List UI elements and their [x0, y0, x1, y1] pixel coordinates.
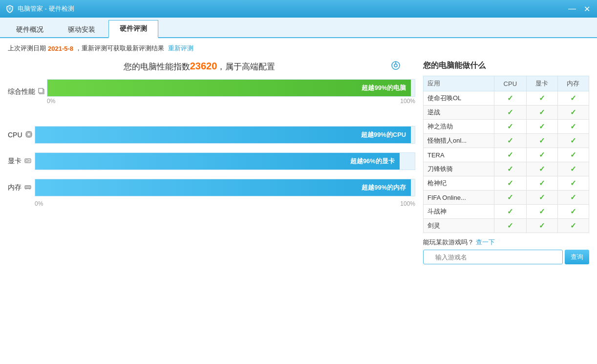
ram-check: ✓ [557, 148, 589, 162]
ram-check: ✓ [557, 106, 589, 120]
gpu-check: ✓ [526, 162, 557, 176]
table-row: 逆战✓✓✓ [424, 106, 589, 120]
check-icon: ✓ [539, 193, 545, 201]
ram-check: ✓ [557, 162, 589, 176]
cpu-icon [25, 131, 32, 139]
search-input-wrapper: 🔍 [423, 250, 563, 264]
copy-icon[interactable] [38, 88, 45, 96]
check-icon: ✓ [570, 207, 576, 215]
game-search-section: 能玩某款游戏吗？ 查一下 🔍 查询 [423, 238, 589, 264]
minimize-button[interactable]: — [566, 4, 578, 14]
comprehensive-label: 综合性能 [8, 87, 47, 96]
gpu-icon [24, 157, 31, 166]
game-search-link[interactable]: 查一下 [476, 238, 495, 246]
table-row: 使命召唤OL✓✓✓ [424, 91, 589, 106]
share-icon[interactable] [391, 61, 401, 73]
check-icon: ✓ [570, 150, 576, 159]
gpu-bar-fill: 超越96%的显卡 [35, 153, 400, 170]
svg-text:V: V [9, 7, 11, 10]
comprehensive-bar-container: 超越99%的电脑 0% 100% [47, 79, 415, 105]
tab-driver-install[interactable]: 驱动安装 [57, 21, 107, 38]
check-icon: ✓ [539, 122, 545, 130]
tab-bar: 硬件概况 驱动安装 硬件评测 [0, 18, 597, 38]
ram-check: ✓ [557, 205, 589, 219]
score-number: 23620 [190, 61, 217, 71]
table-row: 刀锋铁骑✓✓✓ [424, 162, 589, 176]
notice-prefix: 上次评测日期 [8, 44, 46, 53]
gpu-check: ✓ [526, 205, 557, 219]
gpu-check: ✓ [526, 191, 557, 205]
title-bar: V 电脑管家 - 硬件检测 — ✕ [0, 0, 597, 18]
col-header-app: 应用 [424, 76, 494, 91]
check-icon: ✓ [539, 207, 545, 215]
cpu-check: ✓ [494, 106, 526, 120]
check-icon: ✓ [507, 122, 513, 130]
ram-bar-text: 超越99%的内存 [362, 183, 406, 192]
svg-rect-5 [39, 88, 43, 93]
title-bar-left: V 电脑管家 - 硬件检测 [5, 4, 74, 14]
table-row: 神之浩劫✓✓✓ [424, 120, 589, 134]
app-name: 神之浩劫 [424, 120, 494, 134]
ram-bar-track: 超越99%的内存 [35, 179, 415, 196]
comprehensive-bar-text: 超越99%的电脑 [362, 84, 406, 92]
comprehensive-bar-axis: 0% 100% [47, 98, 415, 105]
check-icon: ✓ [539, 150, 545, 159]
gpu-bar-text: 超越96%的显卡 [350, 157, 395, 166]
svg-rect-7 [27, 133, 30, 136]
check-icon: ✓ [507, 207, 513, 215]
check-icon: ✓ [570, 122, 576, 130]
ram-bar-row: 内存 [8, 179, 415, 196]
check-icon: ✓ [539, 165, 545, 173]
notice-bar: 上次评测日期 2021-5-8 ，重新评测可获取最新评测结果 重新评测 [8, 44, 589, 53]
close-button[interactable]: ✕ [582, 4, 592, 14]
game-search-input[interactable] [423, 250, 563, 264]
ram-label: 内存 [8, 183, 35, 192]
game-search-label-text: 能玩某款游戏吗？ [423, 238, 474, 246]
cpu-check: ✓ [494, 120, 526, 134]
gpu-bar-container: 超越96%的显卡 [35, 152, 415, 170]
check-icon: ✓ [507, 136, 513, 145]
cpu-check: ✓ [494, 134, 526, 148]
cpu-bar-text: 超越99%的CPU [361, 130, 406, 139]
app-name: 使命召唤OL [424, 91, 494, 106]
gpu-bar-track: 超越96%的显卡 [35, 152, 415, 170]
gpu-check: ✓ [526, 176, 557, 191]
tab-hardware-overview[interactable]: 硬件概况 [5, 21, 55, 38]
shield-icon: V [5, 4, 15, 14]
col-header-gpu: 显卡 [526, 76, 557, 91]
cpu-check: ✓ [494, 148, 526, 162]
individual-bars: CPU [8, 126, 415, 207]
cpu-check: ✓ [494, 91, 526, 106]
app-name: 刀锋铁骑 [424, 162, 494, 176]
check-icon: ✓ [539, 179, 545, 187]
check-icon: ✓ [507, 94, 513, 102]
gpu-check: ✓ [526, 219, 557, 233]
individual-axis-end: 100% [400, 200, 415, 207]
retest-link[interactable]: 重新评测 [168, 44, 193, 53]
check-icon: ✓ [507, 221, 513, 230]
cpu-bar-track: 超越99%的CPU [35, 126, 415, 144]
check-icon: ✓ [570, 108, 576, 116]
game-search-label: 能玩某款游戏吗？ 查一下 [423, 238, 589, 247]
check-icon: ✓ [570, 221, 576, 230]
right-panel: 您的电脑能做什么 应用 CPU 显卡 内存 使命召唤OL✓✓✓逆战✓✓✓神之浩劫… [423, 61, 589, 358]
game-search-input-row: 🔍 查询 [423, 250, 589, 264]
col-header-ram: 内存 [557, 76, 589, 91]
check-icon: ✓ [507, 150, 513, 159]
cpu-bar-container: 超越99%的CPU [35, 126, 415, 144]
comprehensive-bar-fill: 超越99%的电脑 [47, 80, 411, 96]
score-prefix: 您的电脑性能指数 [124, 62, 190, 71]
notice-date: 2021-5-8 [48, 45, 73, 52]
axis-end: 100% [400, 98, 415, 105]
individual-axis-start: 0% [35, 200, 43, 207]
main-layout: 您的电脑性能指数23620，属于高端配置 综合性能 [8, 61, 589, 358]
notice-suffix: ，重新评测可获取最新评测结果 [75, 44, 164, 53]
right-panel-title: 您的电脑能做什么 [423, 61, 589, 71]
check-icon: ✓ [570, 165, 576, 173]
ram-icon [24, 184, 31, 192]
ram-check: ✓ [557, 91, 589, 106]
game-search-button[interactable]: 查询 [565, 250, 589, 264]
tab-hardware-evaluation[interactable]: 硬件评测 [108, 20, 158, 38]
gpu-check: ✓ [526, 134, 557, 148]
ram-bar-fill: 超越99%的内存 [35, 179, 411, 196]
